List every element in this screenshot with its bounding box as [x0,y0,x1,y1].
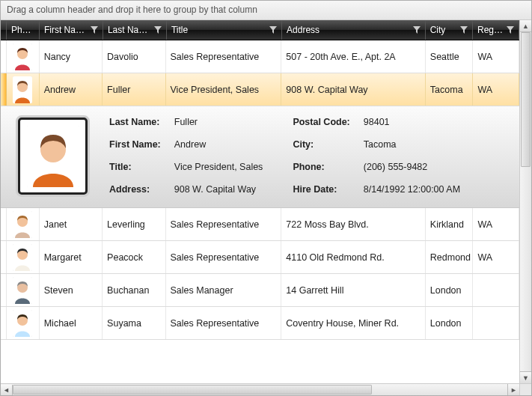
scroll-down-button[interactable]: ▼ [520,371,531,383]
cell-last-name: Suyama [103,307,165,339]
column-header-label: Title [171,25,266,35]
scroll-left-button[interactable]: ◄ [1,385,13,396]
detail-value-postal: 98401 [364,117,460,127]
filter-icon[interactable] [460,26,468,34]
avatar [13,277,32,304]
row-indicator-header [1,20,7,40]
column-header-label: Photo [11,25,34,35]
detail-label-postal: Postal Code: [293,117,349,127]
table-row[interactable]: MichaelSuyamaSales RepresentativeCoventr… [1,307,519,340]
row-indicator [1,241,7,273]
column-header-label: Region [477,25,504,35]
cell-address: 908 W. Capital Way [281,73,426,106]
column-header-label: First Name [44,25,88,35]
column-header-last-name[interactable]: Last Name [103,20,167,40]
grid-viewport: Photo First Name Last Name Title Address… [1,20,519,383]
cell-region: WA [473,241,519,273]
avatar [13,244,32,271]
column-header-first-name[interactable]: First Name [40,20,103,40]
filter-icon[interactable] [507,26,514,34]
filter-icon[interactable] [154,26,162,34]
detail-label-hire: Hire Date: [293,184,349,195]
cell-address: 4110 Old Redmond Rd. [281,241,426,273]
row-indicator [1,307,7,339]
cell-title: Sales Manager [166,274,282,306]
avatar [13,211,32,238]
column-header-label: Address [287,25,410,35]
detail-value-last: Fuller [174,117,263,127]
detail-photo-frame [17,117,88,195]
chevron-up-icon: ▲ [522,22,529,30]
cell-address: 14 Garrett Hill [281,274,426,306]
scroll-right-button[interactable]: ► [507,384,519,395]
detail-label-phone: Phone: [293,162,349,172]
scrollbar-corner [519,383,531,395]
table-row[interactable]: StevenBuchananSales Manager14 Garrett Hi… [1,274,519,307]
row-indicator [1,40,7,73]
cell-photo [7,73,40,106]
row-indicator [1,73,7,106]
group-by-bar[interactable]: Drag a column header and drop it here to… [1,1,531,20]
scroll-up-button[interactable]: ▲ [520,20,531,32]
cell-last-name: Davolio [103,40,165,73]
cell-title: Sales Representative [166,241,282,273]
detail-label-city: City: [293,139,349,150]
filter-icon[interactable] [413,26,421,34]
horizontal-scroll-thumb[interactable] [13,385,372,395]
cell-address: Coventry House, Miner Rd. [281,307,426,339]
column-header-label: City [430,25,457,35]
detail-value-hire: 8/14/1992 12:00:00 AM [364,184,460,195]
column-header-title[interactable]: Title [167,20,282,40]
cell-first-name: Janet [40,208,103,240]
avatar [13,310,32,337]
cell-region: WA [473,208,519,240]
cell-photo [7,307,40,339]
cell-last-name: Fuller [103,73,165,106]
table-row[interactable]: MargaretPeacockSales Representative4110 … [1,241,519,274]
cell-city: Redmond [426,241,474,273]
detail-col-left: Last Name:FullerFirst Name:AndrewTitle:V… [109,117,263,195]
horizontal-scroll-track[interactable] [13,384,507,395]
column-header-address[interactable]: Address [282,20,426,40]
column-header-photo[interactable]: Photo [7,20,40,40]
detail-value-phone: (206) 555-9482 [364,162,460,172]
detail-value-first: Andrew [174,139,263,150]
cell-city: Seattle [426,40,474,73]
rows-container: NancyDavolioSales Representative507 - 20… [1,40,519,340]
cell-address: 507 - 20th Ave. E., Apt. 2A [281,40,426,73]
detail-label-address: Address: [109,184,161,195]
filter-icon[interactable] [91,26,98,34]
cell-last-name: Peacock [103,241,165,273]
cell-city: Tacoma [426,73,474,106]
filter-icon[interactable] [269,26,277,34]
row-indicator [1,274,7,306]
cell-last-name: Buchanan [103,274,165,306]
table-row[interactable]: NancyDavolioSales Representative507 - 20… [1,40,519,73]
column-header-region[interactable]: Region [473,20,519,40]
table-row[interactable]: AndrewFullerVice President, Sales908 W. … [1,73,519,106]
column-header-city[interactable]: City [426,20,473,40]
cell-photo [7,241,40,273]
cell-first-name: Nancy [40,40,103,73]
vertical-scroll-thumb[interactable] [521,32,531,167]
table-row[interactable]: JanetLeverlingSales Representative722 Mo… [1,208,519,241]
horizontal-scrollbar[interactable]: ◄ ► [1,383,519,395]
cell-title: Sales Representative [166,208,282,240]
cell-region [473,307,519,339]
column-header-label: Last Name [108,25,151,35]
cell-title: Sales Representative [166,307,282,339]
vertical-scroll-track[interactable] [520,32,531,371]
cell-title: Vice President, Sales [166,73,282,106]
cell-first-name: Andrew [40,73,103,106]
cell-title: Sales Representative [166,40,282,73]
detail-label-title: Title: [109,162,161,172]
cell-photo [7,274,40,306]
cell-last-name: Leverling [103,208,165,240]
detail-value-city: Tacoma [364,139,460,150]
chevron-right-icon: ► [510,386,517,394]
detail-label-first: First Name: [109,139,161,150]
cell-region: WA [473,73,519,106]
vertical-scrollbar[interactable]: ▲ ▼ [519,20,531,383]
cell-city: London [426,307,474,339]
detail-col-right: Postal Code:98401City:TacomaPhone:(206) … [293,117,460,195]
